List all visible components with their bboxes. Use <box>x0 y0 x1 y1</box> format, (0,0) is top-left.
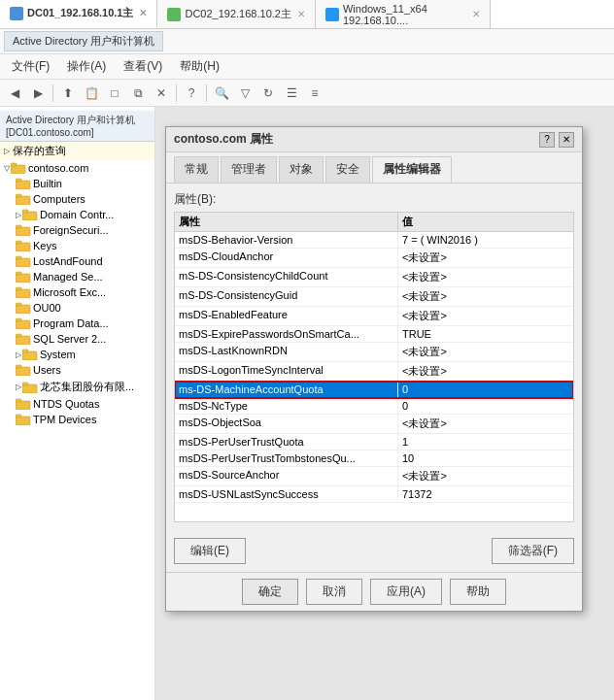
tree-keys[interactable]: Keys <box>0 238 154 253</box>
menu-view[interactable]: 查看(V) <box>116 56 170 77</box>
tab-general[interactable]: 常规 <box>174 156 219 183</box>
attr-cell-value: <未设置> <box>398 362 573 381</box>
toolbar-cols[interactable]: ☰ <box>281 83 302 104</box>
longxin-label: 龙芯集团股份有限... <box>40 380 134 394</box>
help-button[interactable]: 帮助 <box>450 579 506 605</box>
toolbar-new[interactable]: 📋 <box>81 83 102 104</box>
tree-managed[interactable]: Managed Se... <box>0 269 154 284</box>
attr-row[interactable]: msDS-Behavior-Version7 = ( WIN2016 ) <box>175 232 573 249</box>
attr-row[interactable]: msDS-SourceAnchor<未设置> <box>175 467 573 486</box>
tree-foreign[interactable]: ForeignSecuri... <box>0 222 154 238</box>
tree-longxin[interactable]: ▷ 龙芯集团股份有限... <box>0 378 154 396</box>
attr-row[interactable]: mS-DS-ConsistencyChildCount<未设置> <box>175 268 573 287</box>
tree-computers[interactable]: Computers <box>0 191 154 207</box>
svg-rect-6 <box>22 212 37 220</box>
tab-attr-editor[interactable]: 属性编辑器 <box>372 156 452 183</box>
attr-row[interactable]: msDS-USNLastSyncSuccess71372 <box>175 486 573 503</box>
filter-button[interactable]: 筛选器(F) <box>492 538 574 564</box>
svg-rect-27 <box>16 365 21 368</box>
dialog-help-btn[interactable]: ? <box>539 132 555 148</box>
svg-rect-28 <box>22 384 37 393</box>
tree-domain[interactable]: ▽ contoso.com <box>0 160 154 176</box>
ou00-folder-icon <box>16 302 31 314</box>
computers-label: Computers <box>33 193 85 205</box>
toolbar-more[interactable]: ≡ <box>304 83 325 104</box>
properties-dialog: contoso.com 属性 ? ✕ 常规 管理者 对象 安全 属性编辑器 <box>165 126 583 612</box>
attr-row[interactable]: msDS-PerUserTrustQuota1 <box>175 434 573 450</box>
dialog-tab-bar: 常规 管理者 对象 安全 属性编辑器 <box>166 152 582 183</box>
tree-lost-found[interactable]: LostAndFound <box>0 253 154 269</box>
attr-table-body[interactable]: msDS-Behavior-Version7 = ( WIN2016 )msDS… <box>175 232 573 521</box>
tree-saved-query[interactable]: ▷ 保存的查询 <box>0 142 154 160</box>
attr-row[interactable]: msDS-PerUserTrustTombstonesQu...10 <box>175 450 573 467</box>
attr-row[interactable]: msDS-NcType0 <box>175 398 573 415</box>
tree-header: Active Directory 用户和计算机 [DC01.contoso.co… <box>0 111 154 142</box>
tpm-label: TPM Devices <box>33 414 96 425</box>
toolbar-forward[interactable]: ▶ <box>27 83 49 104</box>
attr-cell-value: <未设置> <box>398 415 573 433</box>
win11-tab-icon <box>325 8 339 21</box>
apply-button[interactable]: 应用(A) <box>370 579 442 605</box>
attr-row[interactable]: msDS-ObjectSoa<未设置> <box>175 415 573 434</box>
svg-rect-24 <box>22 351 37 360</box>
attr-row[interactable]: msDS-EnabledFeature<未设置> <box>175 307 573 326</box>
tab-dc02[interactable]: DC02_192.168.10.2主 ✕ <box>157 0 315 28</box>
toolbar-back[interactable]: ◀ <box>4 83 25 104</box>
dialog-controls: ? ✕ <box>539 132 574 148</box>
tab-security[interactable]: 安全 <box>325 156 370 183</box>
tree-tpm[interactable]: TPM Devices <box>0 412 154 427</box>
tab-dc01[interactable]: DC01_192.168.10.1主 ✕ <box>0 0 157 28</box>
builtin-label: Builtin <box>33 178 62 189</box>
dialog-overlay: contoso.com 属性 ? ✕ 常规 管理者 对象 安全 属性编辑器 <box>155 107 614 700</box>
tab-dc01-close[interactable]: ✕ <box>139 8 147 18</box>
toolbar-del[interactable]: ✕ <box>151 83 172 104</box>
menu-action[interactable]: 操作(A) <box>59 56 114 77</box>
toolbar-copy[interactable]: ⧉ <box>127 83 149 104</box>
svg-rect-5 <box>16 194 21 197</box>
tree-program-data[interactable]: Program Data... <box>0 316 154 331</box>
toolbar-sep2 <box>176 84 177 102</box>
svg-rect-25 <box>22 350 28 352</box>
tree-domain-ctrl[interactable]: ▷ Domain Contr... <box>0 207 154 222</box>
tree-users[interactable]: Users <box>0 362 154 378</box>
tree-ou00[interactable]: OU00 <box>0 300 154 316</box>
tree-ntds[interactable]: NTDS Quotas <box>0 396 154 412</box>
svg-rect-0 <box>11 165 25 174</box>
toolbar-up[interactable]: ⬆ <box>57 83 79 104</box>
dialog-close-btn[interactable]: ✕ <box>559 132 574 148</box>
attr-cell-name: msDS-PerUserTrustTombstonesQu... <box>175 450 398 466</box>
toolbar-filter[interactable]: ▽ <box>234 83 256 104</box>
attr-row[interactable]: mS-DS-ConsistencyGuid<未设置> <box>175 287 573 307</box>
tree-sql[interactable]: SQL Server 2... <box>0 331 154 347</box>
edit-button[interactable]: 编辑(E) <box>174 538 246 564</box>
attr-label: 属性(B): <box>174 191 574 208</box>
ok-button[interactable]: 确定 <box>242 579 298 605</box>
tab-manager[interactable]: 管理者 <box>221 156 277 183</box>
tab-object[interactable]: 对象 <box>279 156 324 183</box>
tab-win11-close[interactable]: ✕ <box>472 9 480 19</box>
menu-file[interactable]: 文件(F) <box>4 56 57 77</box>
attr-row[interactable]: ms-DS-MachineAccountQuota0 <box>175 382 573 398</box>
attr-cell-name: msDS-Behavior-Version <box>175 232 398 248</box>
tab-dc02-close[interactable]: ✕ <box>297 9 305 19</box>
tree-builtin[interactable]: Builtin <box>0 176 154 191</box>
tab-dc02-label: DC02_192.168.10.2主 <box>185 7 290 21</box>
attr-row[interactable]: msDS-LastKnownRDN<未设置> <box>175 343 573 362</box>
attr-cell-name: ms-DS-MachineAccountQuota <box>175 382 398 397</box>
tree-system[interactable]: ▷ System <box>0 347 154 362</box>
svg-rect-16 <box>16 289 30 298</box>
tab-win11[interactable]: Windows_11_x64 192.168.10.... ✕ <box>316 0 491 28</box>
toolbar-find[interactable]: 🔍 <box>211 83 232 104</box>
tree-header-label: Active Directory 用户和计算机 [DC01.contoso.co… <box>6 114 149 138</box>
attr-row[interactable]: msDS-ExpirePasswordsOnSmartCa...TRUE <box>175 326 573 343</box>
toolbar-obj[interactable]: □ <box>104 83 125 104</box>
attr-row[interactable]: msDS-CloudAnchor<未设置> <box>175 249 573 268</box>
footer-left-buttons: 编辑(E) <box>174 538 246 564</box>
lostfound-label: LostAndFound <box>33 255 103 267</box>
toolbar-refresh[interactable]: ↻ <box>257 83 279 104</box>
menu-help[interactable]: 帮助(H) <box>172 56 227 77</box>
attr-row[interactable]: msDS-LogonTimeSyncInterval<未设置> <box>175 362 573 382</box>
toolbar-help[interactable]: ? <box>181 83 202 104</box>
cancel-button[interactable]: 取消 <box>306 579 362 605</box>
tree-ms-exc[interactable]: Microsoft Exc... <box>0 284 154 300</box>
